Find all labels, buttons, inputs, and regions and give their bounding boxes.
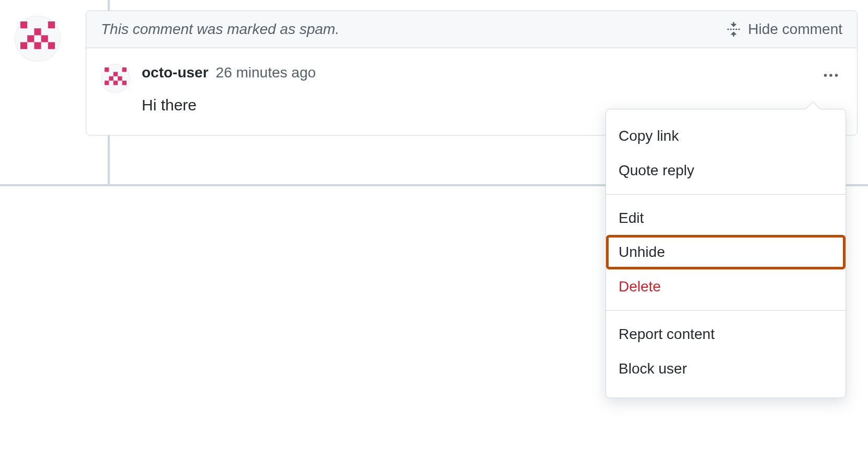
svg-rect-0 — [20, 21, 27, 28]
svg-rect-6 — [34, 42, 41, 49]
comment-header: This comment was marked as spam. Hide co… — [86, 11, 857, 48]
svg-rect-12 — [118, 76, 122, 81]
svg-rect-11 — [109, 76, 113, 81]
spam-note: This comment was marked as spam. — [101, 21, 339, 38]
svg-rect-5 — [20, 42, 27, 49]
svg-rect-14 — [113, 81, 118, 85]
svg-rect-7 — [48, 42, 55, 49]
svg-rect-2 — [34, 28, 41, 35]
kebab-menu-button[interactable] — [819, 64, 842, 87]
menu-delete[interactable]: Delete — [606, 269, 846, 304]
fold-icon — [725, 20, 743, 38]
menu-copy-link[interactable]: Copy link — [606, 119, 846, 153]
svg-point-17 — [829, 74, 832, 77]
svg-rect-10 — [113, 72, 118, 76]
hide-comment-button[interactable]: Hide comment — [725, 20, 842, 38]
comment-actions-menu: Copy link Quote reply Edit Unhide Delete… — [606, 109, 846, 398]
svg-rect-1 — [48, 21, 55, 28]
kebab-horizontal-icon — [824, 68, 838, 83]
menu-quote-reply[interactable]: Quote reply — [606, 153, 846, 188]
menu-unhide[interactable]: Unhide — [606, 235, 846, 269]
svg-point-18 — [835, 74, 838, 77]
identicon-icon — [105, 67, 127, 89]
avatar[interactable] — [15, 16, 61, 62]
svg-rect-13 — [105, 81, 109, 85]
author-link[interactable]: octo-user — [142, 64, 209, 82]
svg-point-16 — [824, 74, 827, 77]
hide-comment-label: Hide comment — [748, 21, 842, 38]
svg-rect-15 — [122, 81, 127, 85]
menu-report-content[interactable]: Report content — [606, 317, 846, 352]
svg-rect-4 — [41, 35, 48, 42]
svg-rect-3 — [27, 35, 34, 42]
svg-rect-9 — [122, 67, 127, 72]
timestamp[interactable]: 26 minutes ago — [216, 64, 316, 82]
identicon-icon — [20, 21, 55, 56]
inline-avatar[interactable] — [101, 64, 130, 93]
menu-edit[interactable]: Edit — [606, 201, 846, 235]
menu-block-user[interactable]: Block user — [606, 352, 846, 386]
svg-rect-8 — [105, 67, 109, 72]
